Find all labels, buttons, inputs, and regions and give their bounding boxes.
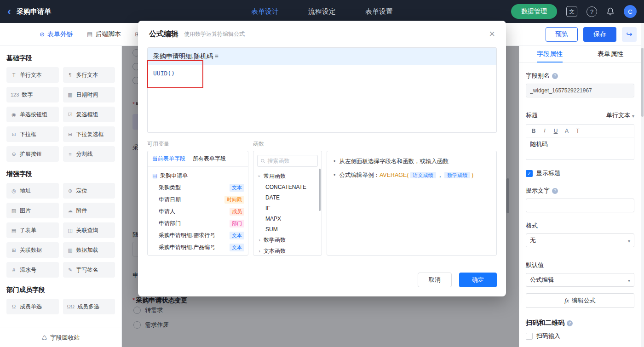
close-icon[interactable]: ×	[489, 29, 495, 39]
scan-input-checkbox[interactable]	[526, 333, 533, 340]
tree-root-form[interactable]: 采购申请单	[148, 170, 248, 182]
language-icon[interactable]: 文	[566, 6, 577, 17]
palette-item-label: 图片	[20, 207, 31, 215]
scan-input-label: 扫码输入	[536, 332, 560, 340]
function-item[interactable]: MAPX	[253, 213, 322, 224]
palette-item-number[interactable]: 123数字	[6, 87, 59, 102]
function-group-common[interactable]: 常用函数	[253, 171, 322, 182]
help-dot-icon[interactable]	[552, 73, 558, 79]
tab-field-properties[interactable]: 字段属性	[519, 46, 580, 62]
share-icon[interactable]: ↪	[622, 27, 637, 42]
palette-item-divider[interactable]: ≡分割线	[63, 146, 115, 162]
form-external-link-button[interactable]: ⊘ 表单外链	[40, 30, 73, 39]
bullet-icon	[334, 171, 335, 180]
confirm-button[interactable]: 确定	[459, 273, 497, 287]
tab-form-properties[interactable]: 表单属性	[580, 46, 641, 62]
page-scrollbar-thumb[interactable]	[641, 48, 644, 117]
type-tag: 成员	[230, 208, 244, 216]
palette-item-image[interactable]: ▨图片	[6, 203, 59, 218]
tab-form-setting[interactable]: 表单设置	[365, 7, 393, 16]
palette-item-address[interactable]: ◎地址	[6, 183, 59, 199]
help-dot-icon[interactable]	[552, 188, 558, 194]
underline-icon[interactable]: U	[550, 128, 561, 134]
variable-item[interactable]: 采购申请明细.产品编号文本	[148, 241, 248, 253]
title-text-area[interactable]: 随机码	[526, 137, 634, 159]
function-item[interactable]: SUM	[253, 224, 322, 234]
variable-item[interactable]: 采购类型文本	[148, 182, 248, 193]
formula-code-area[interactable]: UUID()	[148, 65, 496, 132]
function-item[interactable]: CONCATENATE	[253, 182, 322, 192]
palette-item-related-data[interactable]: ⊞关联数据	[6, 242, 59, 258]
chevron-icon	[257, 173, 262, 179]
variable-item[interactable]: 申请日期时间戳	[148, 193, 248, 205]
palette-item-member-single[interactable]: Ω成员单选	[6, 299, 59, 314]
show-title-checkbox[interactable]	[526, 170, 533, 177]
user-avatar[interactable]: C	[624, 5, 637, 18]
title-rich-editor: B I U A T 随机码	[526, 124, 634, 160]
palette-item-serial-number[interactable]: #流水号	[6, 262, 59, 278]
title-type-select[interactable]: 单行文本	[606, 111, 634, 119]
variable-name: 采购申请明细.需求行号	[159, 232, 215, 239]
function-search-input[interactable]	[267, 158, 315, 164]
backend-script-button[interactable]: ▤ 后端脚本	[87, 30, 121, 39]
variable-item[interactable]: 申请人成员	[148, 205, 248, 217]
palette-item-dropdown[interactable]: ⊡下拉框	[6, 126, 59, 142]
tab-all-form-fields[interactable]: 所有表单字段	[193, 155, 226, 163]
palette-item-multi-line-text[interactable]: ¶多行文本	[63, 67, 115, 83]
save-button[interactable]: 保存	[583, 27, 616, 42]
chevron-down-icon	[628, 237, 630, 244]
cancel-button[interactable]: 取消	[418, 273, 452, 287]
palette-item-extension-button[interactable]: ⊖扩展按钮	[6, 146, 59, 162]
palette-item-member-multi[interactable]: ΩΩ成员多选	[63, 299, 115, 314]
palette-item-signature[interactable]: ✎手写签名	[63, 262, 115, 278]
edit-formula-button[interactable]: fx编辑公式	[526, 293, 634, 308]
function-search-box[interactable]	[257, 155, 318, 167]
palette-item-subform[interactable]: ▤子表单	[6, 222, 59, 238]
format-select[interactable]: 无	[526, 233, 634, 247]
functions-panel: 常用函数 CONCATENATE DATE IF MAPX SUM 数学函数 文…	[253, 151, 322, 256]
function-group-math[interactable]: 数学函数	[253, 234, 322, 245]
modal-subtitle: 使用数学运算符编辑公式	[184, 30, 245, 38]
variable-item[interactable]: 申请部门部门	[148, 217, 248, 229]
variable-name: 申请人	[159, 208, 175, 216]
bold-icon[interactable]: B	[528, 128, 539, 134]
back-icon[interactable]: ‹	[7, 6, 11, 17]
palette-item-related-query[interactable]: ◫关联查询	[63, 222, 115, 238]
variable-name: 申请日期	[159, 196, 181, 204]
variable-item[interactable]: 采购申请明细.需求行号文本	[148, 229, 248, 241]
palette-item-data-load[interactable]: ▥数据加载	[63, 242, 115, 258]
font-color-icon[interactable]: A	[561, 128, 572, 134]
hint-text-input[interactable]	[526, 199, 634, 212]
function-item[interactable]: IF	[253, 203, 322, 213]
bell-icon[interactable]	[606, 7, 615, 16]
tab-process-setting[interactable]: 流程设定	[308, 7, 336, 16]
font-size-icon[interactable]: T	[572, 128, 583, 134]
help-icon[interactable]: ?	[586, 6, 597, 17]
function-group-text[interactable]: 文本函数	[253, 245, 322, 256]
functions-scrollbar-thumb[interactable]	[319, 169, 321, 211]
tab-current-form-fields[interactable]: 当前表单字段	[152, 155, 185, 163]
serial-number-icon: #	[11, 267, 17, 273]
tab-form-design[interactable]: 表单设计	[251, 7, 279, 16]
enhanced-fields-grid: ◎地址 ⊕定位 ▨图片 ☁附件 ▤子表单 ◫关联查询 ⊞关联数据 ▥数据加载 #…	[6, 183, 115, 278]
chevron-icon	[257, 237, 262, 243]
recycle-bin-icon: ♺	[41, 334, 47, 341]
variables-label: 可用变量	[147, 140, 253, 148]
function-item[interactable]: DATE	[253, 192, 322, 203]
field-palette-sidebar: 基础字段 T单行文本 ¶多行文本 123数字 ▦日期时间 ◉单选按钮组 ☑复选框…	[0, 46, 122, 347]
help-dot-icon[interactable]	[567, 320, 573, 326]
data-manage-button[interactable]: 数据管理	[511, 4, 557, 19]
palette-item-dropdown-multi[interactable]: ⊟下拉复选框	[63, 126, 115, 142]
palette-item-checkbox-group[interactable]: ☑复选框组	[63, 107, 115, 122]
preview-button[interactable]: 预览	[546, 27, 578, 42]
palette-item-single-line-text[interactable]: T单行文本	[6, 67, 59, 83]
italic-icon[interactable]: I	[539, 127, 550, 134]
page-scrollbar[interactable]	[641, 23, 644, 347]
palette-item-location[interactable]: ⊕定位	[63, 183, 115, 199]
palette-item-attachment[interactable]: ☁附件	[63, 203, 115, 218]
palette-item-radio-group[interactable]: ◉单选按钮组	[6, 107, 59, 122]
field-alias-input[interactable]	[526, 84, 634, 97]
palette-item-datetime[interactable]: ▦日期时间	[63, 87, 115, 102]
field-recycle-bin[interactable]: ♺ 字段回收站	[0, 328, 121, 347]
default-value-select[interactable]: 公式编辑	[526, 273, 634, 287]
